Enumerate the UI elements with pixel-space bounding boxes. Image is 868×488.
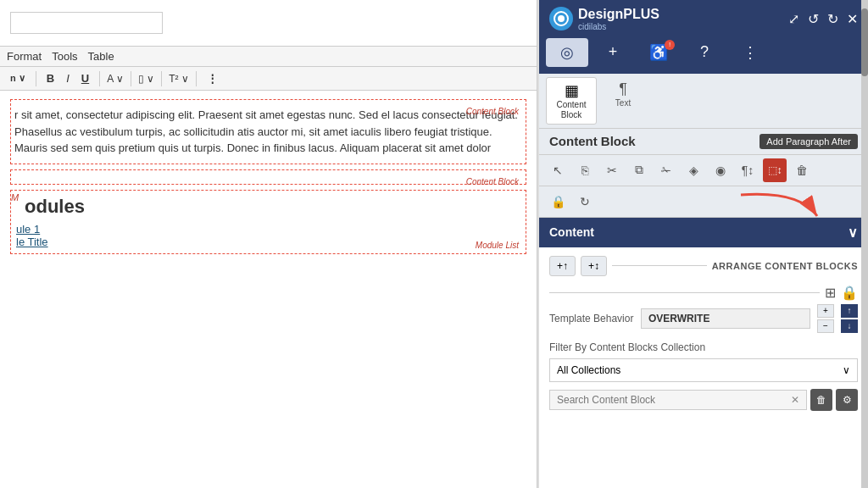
add-up-button[interactable]: +↑	[549, 256, 576, 276]
redo-icon[interactable]: ↻	[827, 11, 838, 27]
editor-search-input[interactable]	[10, 12, 163, 34]
template-behavior-row: Template Behavior OVERWRITE + − ↑ ↓	[549, 304, 858, 333]
module-link-2[interactable]: le Title	[16, 236, 48, 248]
plus-button[interactable]: +	[817, 304, 834, 318]
lock-small-icon[interactable]: 🔒	[841, 285, 858, 301]
content-block-subtab[interactable]: ▦ ContentBlock	[546, 77, 597, 125]
right-panel: DesignPLUS cidilabs ⤢ ↺ ↻ ✕ ◎ + ♿ ! ? ⋮	[537, 0, 868, 488]
scrollbar[interactable]	[861, 0, 868, 488]
content-block-label-2: Content Block	[466, 177, 519, 186]
cut-button[interactable]: ✂	[600, 158, 624, 182]
select-tool-button[interactable]: ↖	[546, 158, 570, 182]
chevron-down-icon: ∨	[848, 225, 858, 241]
delete-search-button[interactable]: 🗑	[810, 389, 832, 411]
notification-badge: !	[665, 40, 675, 50]
content-block-2: Content Block	[10, 169, 526, 185]
arrange-label: ARRANGE CONTENT BLOCKS	[712, 261, 858, 271]
separator-5	[196, 71, 197, 86]
settings-search-button[interactable]: ⚙	[836, 389, 858, 411]
module-list-label: Module List	[476, 241, 519, 250]
logo-text: DesignPLUS cidilabs	[578, 7, 659, 31]
help-icon: ?	[700, 43, 709, 61]
content-section-label: Content	[549, 225, 594, 239]
search-clear-icon[interactable]: ✕	[791, 394, 799, 406]
tab-bar: ◎ + ♿ ! ? ⋮	[539, 38, 868, 74]
editor-content-area: Content Block r sit amet, consectetur ad…	[0, 91, 537, 488]
content-block-icon: ▦	[565, 81, 579, 100]
grid-icon[interactable]: ⊞	[825, 285, 836, 301]
text-subtab[interactable]: ¶ Text	[602, 77, 644, 125]
separator-4	[161, 71, 162, 86]
superscript-dropdown[interactable]: T² ∨	[169, 73, 189, 85]
refresh-button[interactable]: ↻	[573, 190, 597, 214]
tab-plus[interactable]: +	[592, 38, 634, 66]
duplicate-button[interactable]: ⧉	[627, 158, 651, 182]
bold-button[interactable]: B	[43, 70, 58, 86]
tools-menu[interactable]: Tools	[52, 50, 77, 63]
divider-line	[549, 292, 820, 293]
brand-name: DesignPLUS	[578, 7, 659, 22]
italic-button[interactable]: I	[63, 70, 73, 86]
toolbar-row-2: 🔒 ↻	[539, 186, 868, 218]
text-tab-label: Text	[615, 98, 631, 108]
scissors-button[interactable]: ✁	[654, 158, 678, 182]
delete-button[interactable]: 🗑	[790, 158, 814, 182]
minus-button[interactable]: −	[817, 319, 834, 333]
module-section: M odules ule 1 le Title Module List	[10, 190, 526, 254]
table-menu[interactable]: Table	[88, 50, 114, 63]
up-down-controls: ↑ ↓	[841, 304, 858, 333]
undo-dropdown[interactable]: n ∨	[7, 71, 29, 86]
search-content-block: ✕	[549, 390, 807, 410]
expand-icon[interactable]: ⤢	[788, 11, 799, 27]
arrange-divider	[612, 265, 707, 266]
add-updown-button[interactable]: +↕	[581, 256, 607, 276]
paragraph-move-button[interactable]: ¶↕	[736, 158, 760, 182]
tab-accessibility[interactable]: ♿ !	[637, 38, 680, 67]
underline-button[interactable]: U	[78, 70, 92, 86]
search-row: ✕ 🗑 ⚙	[549, 389, 858, 411]
diamond-button[interactable]: ◈	[682, 158, 705, 182]
tab-help[interactable]: ?	[683, 38, 726, 66]
format-menu[interactable]: Format	[7, 50, 42, 63]
overwrite-value: OVERWRITE	[641, 308, 810, 329]
svg-point-1	[558, 15, 565, 22]
font-color-dropdown[interactable]: A ∨	[107, 73, 124, 85]
editor-format-bar: n ∨ B I U A ∨ ▯ ∨ T² ∨ ⋮	[0, 67, 537, 91]
template-behavior-label: Template Behavior	[549, 313, 634, 324]
scrollbar-thumb[interactable]	[861, 8, 868, 76]
collections-dropdown[interactable]: All Collections ∨	[549, 358, 858, 382]
search-input[interactable]	[557, 394, 791, 406]
paragraph-text: r sit amet, consectetur adipiscing elit.…	[14, 107, 519, 157]
tooltip-text: Add Paragraph After	[760, 134, 858, 149]
circle-button[interactable]: ◉	[709, 158, 732, 182]
tooltip-container: Add Paragraph After	[760, 134, 858, 149]
down-button[interactable]: ↓	[841, 319, 858, 333]
separator-3	[131, 71, 131, 86]
text-icon: ¶	[619, 80, 627, 98]
sub-tab-bar: ▦ ContentBlock ¶ Text	[539, 74, 868, 129]
insert-after-button[interactable]: ⬚↕	[763, 158, 787, 182]
content-block-tab-label: ContentBlock	[556, 100, 586, 120]
copy-button[interactable]: ⎘	[573, 158, 597, 182]
up-button[interactable]: ↑	[841, 304, 858, 318]
editor-area: Format Tools Table n ∨ B I U A ∨ ▯ ∨ T² …	[0, 0, 537, 488]
content-block-title-row: Content Block Add Paragraph After	[539, 129, 868, 155]
editor-menu-bar: Format Tools Table	[0, 47, 537, 67]
toolbar-row-1: ↖ ⎘ ✂ ⧉ ✁ ◈ ◉ ¶↕ ⬚↕ 🗑	[539, 155, 868, 186]
content-block-1: Content Block r sit amet, consectetur ad…	[10, 99, 526, 164]
icon-row: ⊞ 🔒	[549, 285, 858, 301]
close-icon[interactable]: ✕	[847, 11, 858, 27]
content-section-header[interactable]: Content ∨	[539, 218, 868, 247]
panel-header-actions: ⤢ ↺ ↻ ✕	[788, 11, 858, 27]
lock-button[interactable]: 🔒	[546, 190, 570, 214]
content-block-section-title: Content Block	[549, 134, 636, 148]
more-icon: ⋮	[743, 43, 758, 62]
tab-more[interactable]: ⋮	[729, 38, 771, 67]
plus-minus-controls: + −	[817, 304, 834, 333]
module-link-1[interactable]: ule 1	[16, 223, 40, 236]
panel-header: DesignPLUS cidilabs ⤢ ↺ ↻ ✕	[539, 0, 868, 38]
tab-target[interactable]: ◎	[546, 38, 588, 67]
undo-icon[interactable]: ↺	[808, 11, 819, 27]
highlight-dropdown[interactable]: ▯ ∨	[138, 73, 154, 85]
more-options[interactable]: ⋮	[203, 70, 221, 86]
